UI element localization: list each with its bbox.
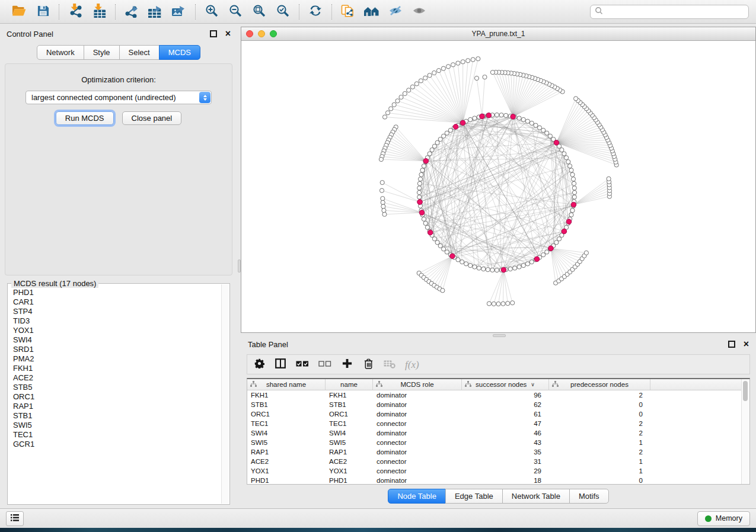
column-header-MCDS-role[interactable]: MCDS role <box>373 379 462 390</box>
table-cell[interactable]: STB1 <box>326 400 373 409</box>
table-cell[interactable]: SWI5 <box>326 438 373 447</box>
graph-edge[interactable] <box>421 81 463 123</box>
splitter-grip-icon[interactable] <box>493 334 506 337</box>
graph-node[interactable] <box>499 113 503 117</box>
table-cell[interactable]: 29 <box>462 466 549 476</box>
table-cell[interactable]: STB1 <box>247 400 326 409</box>
graph-edge[interactable] <box>551 248 562 279</box>
table-cell[interactable]: 62 <box>462 400 549 409</box>
graph-node[interactable] <box>432 237 436 241</box>
graph-node[interactable] <box>460 260 464 264</box>
graph-node[interactable] <box>382 212 387 216</box>
mcds-result-list[interactable]: PHD1CAR1STP4TID3YOX1SWI4SRD1PMA2FKH1ACE2… <box>8 284 221 504</box>
search-input[interactable] <box>603 7 744 17</box>
graph-edge[interactable] <box>551 248 582 258</box>
graph-node[interactable] <box>486 268 490 272</box>
graph-node[interactable] <box>417 195 422 199</box>
graph-edge[interactable] <box>474 170 571 267</box>
graph-hub-node[interactable] <box>548 246 554 251</box>
result-scrollbar[interactable] <box>221 284 229 504</box>
graph-node[interactable] <box>473 265 477 269</box>
graph-node[interactable] <box>389 107 393 111</box>
mcds-result-item[interactable]: STP4 <box>13 307 221 316</box>
table-cell[interactable]: 2 <box>549 428 650 438</box>
horizontal-splitter[interactable] <box>241 333 756 338</box>
float-table-panel-icon[interactable] <box>728 341 735 348</box>
table-cell[interactable]: SWI5 <box>247 438 326 447</box>
table-row[interactable]: PHD1PHD1dominator180 <box>247 476 749 485</box>
graph-hub-node[interactable] <box>534 257 540 262</box>
graph-node[interactable] <box>607 177 611 181</box>
graph-node[interactable] <box>574 97 578 101</box>
graph-node[interactable] <box>381 200 385 204</box>
graph-edge[interactable] <box>513 81 541 117</box>
tab-network[interactable]: Network <box>37 45 84 60</box>
graph-node[interactable] <box>423 76 428 80</box>
graph-edge[interactable] <box>573 185 609 205</box>
column-header-name[interactable]: name <box>326 379 373 390</box>
network-graph[interactable] <box>241 41 755 332</box>
graph-edge[interactable] <box>503 270 504 304</box>
table-cell[interactable]: TEC1 <box>326 419 373 428</box>
table-cell[interactable]: 0 <box>549 400 650 409</box>
deselect-all-button[interactable] <box>318 357 331 371</box>
graph-node[interactable] <box>379 157 383 161</box>
table-cell[interactable]: dominator <box>373 476 462 485</box>
table-cell[interactable]: ACE2 <box>247 457 326 466</box>
graph-node[interactable] <box>392 102 396 107</box>
table-cell[interactable]: connector <box>373 419 462 428</box>
graph-hub-node[interactable] <box>562 229 567 234</box>
graph-node[interactable] <box>477 266 481 270</box>
graph-node[interactable] <box>382 209 386 213</box>
zoom-fit-button[interactable] <box>247 2 271 21</box>
table-cell[interactable]: connector <box>373 466 462 476</box>
graph-node[interactable] <box>422 164 426 168</box>
table-cell[interactable]: SWI4 <box>326 428 373 438</box>
graph-node[interactable] <box>474 76 479 80</box>
graph-edge[interactable] <box>463 59 479 123</box>
graph-node[interactable] <box>432 70 436 75</box>
graph-node[interactable] <box>554 241 559 245</box>
graph-node[interactable] <box>517 116 521 120</box>
function-builder-button[interactable]: f(x) <box>405 357 419 371</box>
graph-edge[interactable] <box>430 193 575 233</box>
mcds-result-item[interactable]: SWI5 <box>13 421 221 430</box>
graph-node[interactable] <box>382 115 387 119</box>
table-row[interactable]: TEC1TEC1connector472 <box>247 419 749 428</box>
graph-hub-node[interactable] <box>501 267 506 273</box>
add-column-button[interactable] <box>341 357 353 371</box>
graph-node[interactable] <box>420 168 425 172</box>
graph-node[interactable] <box>521 264 525 268</box>
graph-node[interactable] <box>417 186 422 190</box>
column-header-shared-name[interactable]: shared name <box>247 379 326 390</box>
table-cell[interactable]: dominator <box>373 428 462 438</box>
graph-node[interactable] <box>541 253 546 257</box>
graph-node[interactable] <box>566 160 570 164</box>
import-network-button[interactable] <box>63 2 87 21</box>
graph-edge[interactable] <box>494 270 504 304</box>
graph-edge[interactable] <box>573 188 609 205</box>
graph-edge[interactable] <box>409 90 462 123</box>
graph-edge[interactable] <box>493 72 513 117</box>
graph-edge[interactable] <box>419 256 452 273</box>
table-cell[interactable]: 35 <box>462 447 549 457</box>
graph-edge[interactable] <box>489 270 504 304</box>
chevron-down-icon[interactable]: ∨ <box>531 382 535 387</box>
table-cell[interactable]: 1 <box>549 457 650 466</box>
run-mcds-button[interactable]: Run MCDS <box>56 111 114 125</box>
search-box[interactable] <box>590 5 749 19</box>
table-cell[interactable]: connector <box>373 457 462 466</box>
graph-edge[interactable] <box>482 77 485 116</box>
table-cell[interactable]: 46 <box>462 428 549 438</box>
graph-node[interactable] <box>422 217 426 221</box>
graph-node[interactable] <box>423 221 428 225</box>
graph-node[interactable] <box>441 66 445 70</box>
graph-node[interactable] <box>569 213 573 217</box>
mcds-result-item[interactable]: ACE2 <box>13 373 221 383</box>
mcds-result-item[interactable]: SRD1 <box>13 345 221 354</box>
table-cell[interactable]: SWI4 <box>247 428 326 438</box>
table-cell[interactable]: TEC1 <box>247 419 326 428</box>
graph-edge[interactable] <box>499 270 504 305</box>
table-cell[interactable]: YOX1 <box>247 466 326 476</box>
graph-node[interactable] <box>571 177 575 181</box>
